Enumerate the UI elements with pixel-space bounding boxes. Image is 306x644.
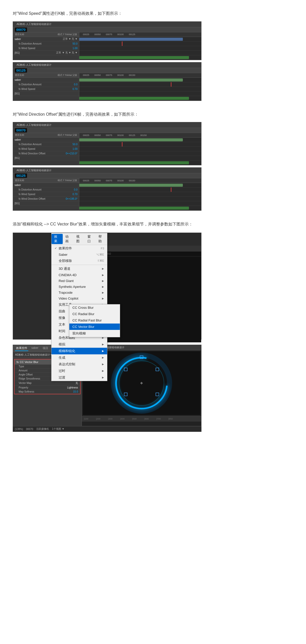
tl-track-d5 bbox=[79, 201, 201, 206]
tl-track-c4 bbox=[79, 151, 201, 156]
menu-bar: 效果 动画 视图 窗口 帮助 bbox=[52, 233, 107, 245]
effect-name-label: CC Vector Blur bbox=[20, 360, 39, 364]
tl-track-2 bbox=[79, 42, 201, 46]
layer-row-bg-2b: [BG] bbox=[13, 201, 79, 206]
layer-row-saber-2b: saber bbox=[13, 183, 79, 187]
layer-row-windspeed: fx Wind Speed 1.00 bbox=[13, 46, 79, 51]
menu-item-effect-controls[interactable]: ✓ 效果控件 F3 bbox=[52, 245, 107, 252]
tl-bar-green-2b bbox=[79, 184, 183, 187]
submenu-cc-radial-fast-blur[interactable]: CC Radial Fast Blur bbox=[69, 317, 120, 324]
menu-bar-animation[interactable]: 动画 bbox=[63, 234, 74, 244]
menu-item-saber[interactable]: Saber ⌥⌘E bbox=[52, 252, 107, 258]
section-text-1: 对"Wind Speed"属性进行K帧，完善动画效果，如下图所示： bbox=[13, 10, 293, 17]
submenu-bidirectional-blur[interactable]: 双向模糊 bbox=[69, 330, 120, 337]
ae-title-1a: AE教程-人工智能按钮动效设计 bbox=[17, 22, 52, 26]
composite-timeline-bar: |100 |200 |300 |400 |500 |600 |700 |850 bbox=[82, 416, 201, 422]
menu-item-transition[interactable]: 过渡 ▶ bbox=[52, 374, 107, 381]
menu-item-video-copilot[interactable]: Video Copilot ▶ bbox=[52, 296, 107, 301]
tl-track-c1 bbox=[79, 138, 201, 142]
ae-content-1a: 图层名称 模式 T TrkMat 父级 saber 正常 ▼ 无 ▼ fx Di… bbox=[13, 32, 201, 60]
ae-screenshot-1b: AE教程-人工智能按钮动效设计 00125 图层名称 模式 T TrkMat 父… bbox=[13, 62, 201, 101]
tl-playhead-1a bbox=[122, 42, 122, 46]
tl-track-b3 bbox=[79, 87, 201, 91]
tl-bar-blue-1 bbox=[79, 38, 183, 41]
ae-content-1b: 图层名称 模式 T TrkMat 父级 saber fx Distortion … bbox=[13, 73, 201, 101]
menu-bar-window[interactable]: 窗口 bbox=[85, 234, 96, 244]
menu-item-red-giant[interactable]: Red Giant ▶ bbox=[52, 278, 107, 284]
tl-track-5 bbox=[79, 55, 201, 60]
fx-icon: fx bbox=[17, 360, 19, 364]
layer-panel-2b: 图层名称 模式 T TrkMat 父级 saber fx Distortion … bbox=[13, 178, 79, 210]
timeline-2a: 00025 00050 00075 00100 00125 00150 bbox=[79, 133, 201, 165]
ae-toolbar-2a: 00070 bbox=[13, 128, 201, 133]
layer-row-saber-2: saber bbox=[13, 78, 79, 82]
menu-item-generate[interactable]: 生成 ▶ bbox=[52, 354, 107, 361]
tl-track-b4 bbox=[79, 91, 201, 96]
menu-item-simulate[interactable]: 模拟 ▶ bbox=[52, 341, 107, 348]
timecode-1b: 00125 bbox=[15, 68, 27, 73]
page-container: 对"Wind Speed"属性进行K帧，完善动画效果，如下图所示： AE教程-人… bbox=[0, 0, 306, 442]
ae-screenshot-2b: AE教程-人工智能按钮动效设计 00125 图层名称 模式 T TrkMat 父… bbox=[13, 167, 201, 211]
menu-item-obsolete[interactable]: 过时 ▶ bbox=[52, 368, 107, 374]
ae-titlebar-1b: AE教程-人工智能按钮动效设计 bbox=[13, 62, 201, 68]
menu-screenshot: 2017 - /My Folder/UI设计资料百宝箱/个人作品... 人工智能… bbox=[13, 233, 201, 340]
submenu-cc-radial-blur[interactable]: CC Radial Blur bbox=[69, 311, 120, 317]
tl-track-d2 bbox=[79, 187, 201, 192]
ae-title-2a: AE教程-人工智能按钮动效设计 bbox=[17, 123, 52, 127]
timecode-2a: 00070 bbox=[15, 128, 27, 133]
panel-group-2: AE教程-人工智能按钮动效设计 00070 图层名称 模式 T TrkMat 父… bbox=[13, 122, 293, 211]
layer-row-bg: [BG] 正常 ▼ 无 ▼ 无 ▼ bbox=[13, 51, 79, 55]
tl-track-d6 bbox=[79, 206, 201, 210]
menu-item-blur-sharpen[interactable]: 模糊和锐化 ▶ bbox=[52, 348, 107, 354]
menu-item-synthetic-aperture[interactable]: Synthetic Aperture ▶ bbox=[52, 284, 107, 290]
menu-item-remove-all[interactable]: 全部移除 ⇧⌘E bbox=[52, 258, 107, 264]
tl-bar-bg-1 bbox=[79, 56, 189, 59]
ae-app-bg: 2017 - /My Folder/UI设计资料百宝箱/个人作品... 人工智能… bbox=[13, 233, 201, 340]
submenu-cc-cross-blur[interactable]: CC Cross Blur bbox=[69, 304, 120, 311]
layer-row-wind-2a: fx Wind Speed 1.00 bbox=[13, 147, 79, 151]
timeline-1b: 00025 00050 00075 00100 00150 bbox=[79, 73, 201, 101]
prop-map-softness[interactable]: Map Softness 15.0 bbox=[15, 390, 80, 394]
ae-titlebar-1a: AE教程-人工智能按钮动效设计 bbox=[13, 22, 201, 27]
section-text-3: 添加"模糊和锐化 --> CC Vector Blur"效果，增加矢量模糊，丰富… bbox=[13, 221, 293, 227]
ae-screenshot-1a: AE教程-人工智能按钮动效设计 00070 图层名称 模式 T TrkMat 父… bbox=[13, 21, 201, 60]
prop-property: Property Lightness bbox=[15, 386, 80, 390]
menu-item-trapcode[interactable]: Trapcode ▶ bbox=[52, 290, 107, 296]
menu-bar-help[interactable]: 帮助 bbox=[96, 234, 107, 244]
tl-playhead-2a bbox=[122, 142, 122, 146]
layer-row-windspeed-2: fx Wind Speed 0.70 bbox=[13, 87, 79, 91]
menu-item-3d[interactable]: 3D 通道 ▶ bbox=[52, 265, 107, 272]
prop-vector-map: Vector Map 无 bbox=[15, 381, 80, 386]
tl-track-d4 bbox=[79, 197, 201, 201]
status-camera: 活跃摄像机 bbox=[36, 427, 49, 431]
status-zoom: (139%) bbox=[15, 428, 23, 431]
ae-content-2b: 图层名称 模式 T TrkMat 父级 saber fx Distortion … bbox=[13, 178, 201, 210]
svg-rect-6 bbox=[156, 393, 159, 396]
ae-title-1b: AE教程-人工智能按钮动效设计 bbox=[17, 63, 52, 67]
submenu-cc-vector-blur[interactable]: CC Vector Blur bbox=[69, 324, 120, 330]
tab-fx[interactable]: 效果控件 bbox=[15, 346, 28, 351]
ae-content-2a: 图层名称 模式 T TrkMat 父级 saber fx Distortion … bbox=[13, 133, 201, 165]
circle-svg bbox=[108, 350, 175, 416]
tab-saber[interactable]: saber bbox=[30, 346, 40, 351]
tab-project[interactable]: 项目 bbox=[42, 346, 49, 351]
ae-titlebar-2a: AE教程-人工智能按钮动效设计 bbox=[13, 122, 201, 128]
timecode-2b: 00125 bbox=[15, 173, 27, 178]
tl-track-b2 bbox=[79, 82, 201, 87]
menu-bar-effects[interactable]: 效果 bbox=[52, 234, 63, 244]
layer-row-saber: saber 正常 ▼ 无 ▼ bbox=[13, 37, 79, 42]
layer-row-bg-2a: [BG] bbox=[13, 156, 79, 160]
menu-sep-1 bbox=[52, 265, 107, 265]
tl-track-c2 bbox=[79, 142, 201, 147]
tl-header-2b: 00025 00050 00075 00100 00150 bbox=[79, 178, 201, 183]
ae-screenshot-2a: AE教程-人工智能按钮动效设计 00070 图层名称 模式 T TrkMat 父… bbox=[13, 122, 201, 165]
tl-playhead-1b bbox=[171, 82, 171, 87]
layer-header-1b: 图层名称 模式 T TrkMat 父级 bbox=[13, 73, 79, 78]
menu-item-cinema4d[interactable]: CINEMA 4D ▶ bbox=[52, 272, 107, 278]
tl-track-c3 bbox=[79, 147, 201, 151]
menu-item-expression-control[interactable]: 表达式控制 ▶ bbox=[52, 361, 107, 368]
layer-panel-2a: 图层名称 模式 T TrkMat 父级 saber fx Distortion … bbox=[13, 133, 79, 165]
blur-submenu[interactable]: CC Cross Blur CC Radial Blur CC Radial F… bbox=[69, 304, 120, 337]
menu-bar-view[interactable]: 视图 bbox=[74, 234, 85, 244]
svg-rect-7 bbox=[124, 393, 127, 396]
